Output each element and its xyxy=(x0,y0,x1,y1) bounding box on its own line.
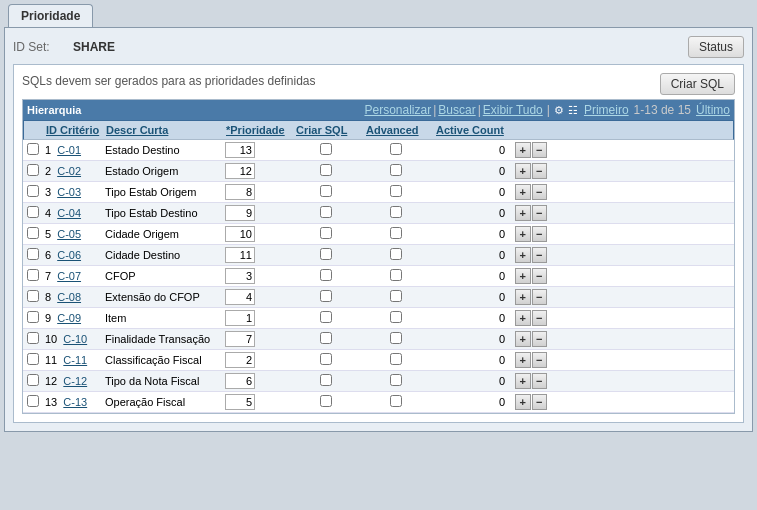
prioridade-input[interactable] xyxy=(225,289,255,305)
prioridade-input[interactable] xyxy=(225,310,255,326)
remove-row-button[interactable]: − xyxy=(532,394,548,410)
add-row-button[interactable]: + xyxy=(515,247,531,263)
criar-sql-button[interactable]: Criar SQL xyxy=(660,73,735,95)
add-row-button[interactable]: + xyxy=(515,184,531,200)
criar-sql-checkbox[interactable] xyxy=(320,395,332,407)
row-checkbox[interactable] xyxy=(27,269,39,281)
advanced-checkbox[interactable] xyxy=(390,143,402,155)
remove-row-button[interactable]: − xyxy=(532,142,548,158)
row-checkbox[interactable] xyxy=(27,353,39,365)
row-id-link[interactable]: C-08 xyxy=(57,291,81,303)
advanced-checkbox[interactable] xyxy=(390,206,402,218)
prioridade-input[interactable] xyxy=(225,268,255,284)
criar-sql-checkbox[interactable] xyxy=(320,164,332,176)
row-checkbox[interactable] xyxy=(27,206,39,218)
row-checkbox[interactable] xyxy=(27,290,39,302)
criar-sql-checkbox[interactable] xyxy=(320,269,332,281)
remove-row-button[interactable]: − xyxy=(532,205,548,221)
criar-sql-checkbox[interactable] xyxy=(320,227,332,239)
table-icon[interactable]: ☷ xyxy=(568,104,578,117)
criar-sql-checkbox[interactable] xyxy=(320,143,332,155)
remove-row-button[interactable]: − xyxy=(532,247,548,263)
row-checkbox[interactable] xyxy=(27,374,39,386)
add-row-button[interactable]: + xyxy=(515,226,531,242)
criar-sql-checkbox[interactable] xyxy=(320,374,332,386)
add-row-button[interactable]: + xyxy=(515,142,531,158)
advanced-checkbox[interactable] xyxy=(390,269,402,281)
advanced-checkbox[interactable] xyxy=(390,395,402,407)
advanced-checkbox[interactable] xyxy=(390,353,402,365)
row-id-link[interactable]: C-06 xyxy=(57,249,81,261)
prioridade-input[interactable] xyxy=(225,142,255,158)
row-id-link[interactable]: C-07 xyxy=(57,270,81,282)
prioridade-tab[interactable]: Prioridade xyxy=(8,4,93,27)
remove-row-button[interactable]: − xyxy=(532,226,548,242)
criar-sql-checkbox[interactable] xyxy=(320,248,332,260)
row-id-link[interactable]: C-11 xyxy=(63,354,87,366)
grid-icon[interactable]: ⚙ xyxy=(554,104,564,117)
row-id-link[interactable]: C-01 xyxy=(57,144,81,156)
remove-row-button[interactable]: − xyxy=(532,352,548,368)
add-row-button[interactable]: + xyxy=(515,268,531,284)
add-row-button[interactable]: + xyxy=(515,394,531,410)
buscar-link[interactable]: Buscar xyxy=(438,103,475,117)
row-checkbox[interactable] xyxy=(27,185,39,197)
prioridade-input[interactable] xyxy=(225,247,255,263)
row-checkbox[interactable] xyxy=(27,395,39,407)
row-id-link[interactable]: C-13 xyxy=(63,396,87,408)
primeiro-link[interactable]: Primeiro xyxy=(584,103,629,117)
add-row-button[interactable]: + xyxy=(515,163,531,179)
advanced-checkbox[interactable] xyxy=(390,248,402,260)
advanced-checkbox[interactable] xyxy=(390,290,402,302)
prioridade-input[interactable] xyxy=(225,205,255,221)
criar-sql-checkbox[interactable] xyxy=(320,206,332,218)
personalizar-link[interactable]: Personalizar xyxy=(364,103,431,117)
remove-row-button[interactable]: − xyxy=(532,268,548,284)
add-row-button[interactable]: + xyxy=(515,352,531,368)
add-row-button[interactable]: + xyxy=(515,205,531,221)
criar-sql-checkbox[interactable] xyxy=(320,290,332,302)
remove-row-button[interactable]: − xyxy=(532,184,548,200)
row-checkbox[interactable] xyxy=(27,311,39,323)
advanced-checkbox[interactable] xyxy=(390,164,402,176)
status-button[interactable]: Status xyxy=(688,36,744,58)
prioridade-input[interactable] xyxy=(225,394,255,410)
remove-row-button[interactable]: − xyxy=(532,163,548,179)
criar-sql-checkbox[interactable] xyxy=(320,311,332,323)
row-id-link[interactable]: C-03 xyxy=(57,186,81,198)
row-checkbox[interactable] xyxy=(27,248,39,260)
prioridade-input[interactable] xyxy=(225,352,255,368)
remove-row-button[interactable]: − xyxy=(532,373,548,389)
remove-row-button[interactable]: − xyxy=(532,310,548,326)
row-id-link[interactable]: C-09 xyxy=(57,312,81,324)
prioridade-input[interactable] xyxy=(225,331,255,347)
ultimo-link[interactable]: Último xyxy=(696,103,730,117)
row-id-link[interactable]: C-12 xyxy=(63,375,87,387)
row-checkbox[interactable] xyxy=(27,227,39,239)
add-row-button[interactable]: + xyxy=(515,289,531,305)
prioridade-input[interactable] xyxy=(225,163,255,179)
add-row-button[interactable]: + xyxy=(515,310,531,326)
row-id-link[interactable]: C-05 xyxy=(57,228,81,240)
remove-row-button[interactable]: − xyxy=(532,331,548,347)
criar-sql-checkbox[interactable] xyxy=(320,332,332,344)
row-checkbox[interactable] xyxy=(27,143,39,155)
row-id-link[interactable]: C-10 xyxy=(63,333,87,345)
advanced-checkbox[interactable] xyxy=(390,185,402,197)
advanced-checkbox[interactable] xyxy=(390,374,402,386)
prioridade-input[interactable] xyxy=(225,184,255,200)
row-id-link[interactable]: C-04 xyxy=(57,207,81,219)
prioridade-input[interactable] xyxy=(225,373,255,389)
prioridade-input[interactable] xyxy=(225,226,255,242)
advanced-checkbox[interactable] xyxy=(390,332,402,344)
add-row-button[interactable]: + xyxy=(515,331,531,347)
criar-sql-checkbox[interactable] xyxy=(320,185,332,197)
row-checkbox[interactable] xyxy=(27,332,39,344)
add-row-button[interactable]: + xyxy=(515,373,531,389)
row-checkbox[interactable] xyxy=(27,164,39,176)
row-id-link[interactable]: C-02 xyxy=(57,165,81,177)
criar-sql-checkbox[interactable] xyxy=(320,353,332,365)
remove-row-button[interactable]: − xyxy=(532,289,548,305)
advanced-checkbox[interactable] xyxy=(390,311,402,323)
exibir-tudo-link[interactable]: Exibir Tudo xyxy=(483,103,543,117)
